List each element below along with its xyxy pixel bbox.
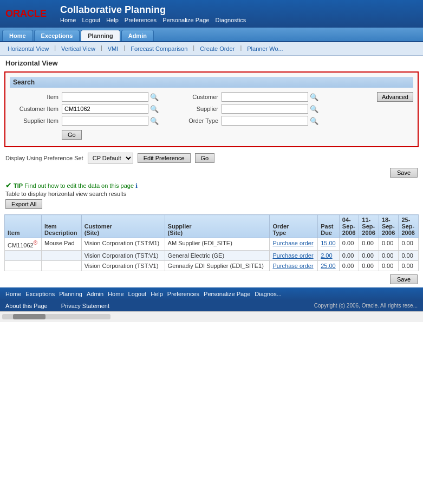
customer-label: Customer [170,94,218,100]
nav-diagnostics[interactable]: Diagnostics [215,17,246,23]
tab-admin[interactable]: Admin [121,30,154,41]
footer-home[interactable]: Home [5,291,21,297]
subnav-planner[interactable]: Planner Wo... [244,44,286,53]
supplier-item-search-icon[interactable]: 🔍 [150,117,159,125]
footer-help[interactable]: Help [151,291,163,297]
search-right-fields: Customer 🔍 Supplier 🔍 Order Type 🔍 [170,92,318,142]
cell-supplier-2: General Electric (GE) [165,250,270,260]
footer-diagnos[interactable]: Diagnos... [255,291,282,297]
supplier-search-icon[interactable]: 🔍 [310,105,318,113]
subnav-create-order[interactable]: Create Order [197,44,238,53]
cell-item-desc-2 [42,250,82,260]
cell-11sep-3: 0.00 [359,260,379,271]
bottom-save-row: Save [0,271,423,287]
cell-11sep-2: 0.00 [359,250,379,260]
col-customer: Customer(Site) [81,215,165,238]
supplier-item-label: Supplier Item [10,117,58,124]
tab-bar: Home Exceptions Planning Admin [0,28,423,42]
preference-go-button[interactable]: Go [195,153,215,163]
preference-select[interactable]: CP Default [88,153,133,163]
nav-help[interactable]: Help [106,17,119,23]
cell-18sep-3: 0.00 [379,260,399,271]
tab-planning[interactable]: Planning [81,30,120,41]
tip-message: Find out how to edit the data on this pa… [24,182,135,189]
col-item: Item [5,215,42,238]
cell-past-due-2[interactable]: 2.00 [318,250,340,260]
subnav-forecast[interactable]: Forecast Comparison [127,44,191,53]
subnav-vmi[interactable]: VMI [105,44,122,53]
scrollbar-area [0,311,423,322]
privacy-link[interactable]: Privacy Statement [61,303,109,309]
item-value: CM11062 [8,242,34,248]
table-row: Vision Corporation (TST:V1) Gennadiy EDI… [5,260,419,271]
item-input[interactable] [62,92,148,102]
scrollbar-thumb[interactable] [13,314,45,319]
customer-item-input[interactable] [62,104,148,114]
cell-order-type-3[interactable]: Purchase order [270,260,318,271]
footer-bottom: About this Page Privacy Statement Copyri… [0,300,423,311]
cell-item-desc-3 [42,260,82,271]
search-title: Search [10,77,413,88]
tip-area: ✔ TIP Find out how to edit the data on t… [0,179,423,214]
nav-logout[interactable]: Logout [82,17,100,23]
cell-item-desc: Mouse Pad [42,238,82,251]
bottom-save-button[interactable]: Save [390,274,418,284]
customer-search-icon[interactable]: 🔍 [310,93,318,101]
info-icon[interactable]: ℹ [135,182,138,189]
cell-customer-3: Vision Corporation (TST:V1) [81,260,165,271]
footer-planning[interactable]: Planning [59,291,82,297]
cell-item-3 [5,260,42,271]
supplier-input[interactable] [222,104,308,114]
table-row: CM11062® Mouse Pad Vision Corporation (T… [5,238,419,251]
oracle-logo: ORACLE [5,8,47,19]
customer-item-search-icon[interactable]: 🔍 [150,105,159,113]
nav-personalize[interactable]: Personalize Page [162,17,209,23]
col-18sep: 18-Sep-2006 [379,215,399,238]
cell-18sep-2: 0.00 [379,250,399,260]
about-page-link[interactable]: About this Page [5,303,48,309]
cell-past-due[interactable]: 15.00 [318,238,340,251]
item-registered-icon: ® [34,240,37,246]
top-save-button[interactable]: Save [390,168,418,178]
supplier-item-input[interactable] [62,116,148,126]
edit-preference-button[interactable]: Edit Preference [138,153,191,163]
footer-exceptions[interactable]: Exceptions [25,291,55,297]
tab-exceptions[interactable]: Exceptions [34,30,80,41]
cell-item-2 [5,250,42,260]
search-box: Search Item 🔍 Customer Item 🔍 Supplier I… [4,71,419,147]
table-row: Vision Corporation (TST:V1) General Elec… [5,250,419,260]
footer-preferences[interactable]: Preferences [167,291,199,297]
search-left-fields: Item 🔍 Customer Item 🔍 Supplier Item 🔍 G… [10,92,159,142]
preference-label: Display Using Preference Set [5,155,83,161]
subnav-horizontal[interactable]: Horizontal View [4,44,52,53]
export-all-button[interactable]: Export All [5,199,42,209]
item-search-icon[interactable]: 🔍 [150,93,159,101]
customer-input[interactable] [222,92,308,102]
nav-preferences[interactable]: Preferences [125,17,157,23]
search-go-button[interactable]: Go [62,130,82,140]
cell-25sep-1: 0.00 [399,238,419,251]
order-type-input[interactable] [222,116,308,126]
cell-customer-2: Vision Corporation (TST:V1) [81,250,165,260]
cell-04sep-3: 0.00 [339,260,359,271]
supplier-label: Supplier [170,106,218,112]
footer-logout[interactable]: Logout [128,291,147,297]
cell-past-due-3[interactable]: 25.00 [318,260,340,271]
cell-order-type-2[interactable]: Purchase order [270,250,318,260]
nav-home[interactable]: Home [60,17,76,23]
scrollbar-track[interactable] [2,314,110,319]
header: ORACLE Collaborative Planning Home Logou… [0,0,423,28]
cell-18sep-1: 0.00 [379,238,399,251]
advanced-button[interactable]: Advanced [377,92,413,102]
tab-home[interactable]: Home [2,30,33,41]
footer-personalize[interactable]: Personalize Page [204,291,250,297]
col-11sep: 11-Sep-2006 [359,215,379,238]
footer-home2[interactable]: Home [108,291,123,297]
subnav-vertical[interactable]: Vertical View [58,44,99,53]
order-type-search-icon[interactable]: 🔍 [310,117,318,125]
footer-admin[interactable]: Admin [87,291,103,297]
col-supplier: Supplier(Site) [165,215,270,238]
cell-order-type[interactable]: Purchase order [270,238,318,251]
copyright: Copyright (c) 2006, Oracle. All rights r… [314,303,418,309]
cell-25sep-3: 0.00 [399,260,419,271]
